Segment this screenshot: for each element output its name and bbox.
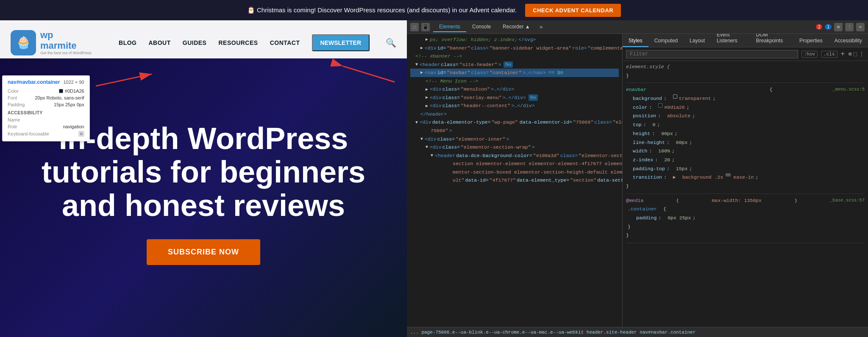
tab-accessibility[interactable]: Accessibility xyxy=(829,35,868,47)
dom-line: ▼ <div data-elementor-type="wp-page" dat… xyxy=(410,118,619,127)
more-options-icon[interactable]: ⋮ xyxy=(845,23,854,31)
main-layout: 🧁 wpmarmite Get the best out of WordPres… xyxy=(0,20,868,337)
style-block-element: element.style { } xyxy=(626,63,865,83)
nav-about[interactable]: ABOUT xyxy=(148,39,170,46)
dom-line: </header> xyxy=(410,110,619,119)
tooltip-accessibility-title: ACCESSIBILITY xyxy=(8,110,84,115)
more-style-icon[interactable]: ⋮ xyxy=(859,50,865,58)
filter-bar: :hov .cls + ⊕ ⬚ ⋮ xyxy=(623,47,868,61)
tab-dom-breakpoints[interactable]: DOM Breakpoints xyxy=(750,34,793,47)
tooltip-role-label: Role xyxy=(8,124,17,129)
search-icon[interactable]: 🔍 xyxy=(386,38,396,48)
close-devtools-icon[interactable]: ✕ xyxy=(856,23,865,31)
tooltip-keyboard-value: ⊘ xyxy=(78,131,84,137)
nav-blog[interactable]: BLOG xyxy=(119,39,136,46)
devtools-right-icons: 2 1 ⚙ ⋮ ✕ xyxy=(816,23,865,31)
tooltip-header: nav#navbar.container 1022 × 90 xyxy=(8,79,84,85)
tooltip-size: 1022 × 90 xyxy=(63,80,84,85)
nav-resources[interactable]: RESOURCES xyxy=(218,39,258,46)
logo-area[interactable]: 🧁 wpmarmite Get the best out of WordPres… xyxy=(11,30,92,55)
cls-button[interactable]: .cls xyxy=(821,51,837,58)
error-badge: 2 xyxy=(816,24,823,30)
nav-guides[interactable]: GUIDES xyxy=(183,39,207,46)
tooltip-role-row: Role navigation xyxy=(8,123,84,130)
dom-line: ▶ <div class="header--content" >…</div> xyxy=(410,102,619,110)
tooltip-padding-value: 15px 25px 0px xyxy=(54,102,84,107)
tooltip-font-value: 20px Roboto, sans-serif xyxy=(35,95,84,100)
tab-elements[interactable]: Elements xyxy=(433,22,466,32)
tab-console[interactable]: Console xyxy=(466,22,497,32)
inspect-icon[interactable]: ⬚ xyxy=(410,23,419,31)
tab-recorder[interactable]: Recorder ▲ xyxy=(497,22,536,32)
tooltip-color-row: Color #0D1A26 xyxy=(8,88,84,94)
dom-line: ▶ px; overflow: hidden; z-index;</svg> xyxy=(410,36,619,44)
tooltip-color-value: #0D1A26 xyxy=(59,88,84,94)
tooltip-padding-row: Padding 15px 25px 0px xyxy=(8,101,84,108)
tooltip-keyboard-label: Keyboard-focusable xyxy=(8,131,49,136)
style-block-navbar: #navbar { _menu.scss:5 background: trans… xyxy=(626,86,865,193)
dom-tree[interactable]: ▶ px; overflow: hidden; z-index;</svg> ▶… xyxy=(407,34,622,327)
advent-calendar-button[interactable]: CHECK ADVENT CALENDAR xyxy=(525,4,621,17)
devtools-tabs: Elements Console Recorder ▲ » xyxy=(433,22,812,32)
inspect-style-icon[interactable]: ⬚ xyxy=(854,50,857,58)
tab-event-listeners[interactable]: Event Listeners xyxy=(711,34,750,47)
color-swatch xyxy=(59,89,63,93)
devtools-panel: ⬚ 📱 Elements Console Recorder ▲ » 2 1 ⚙ … xyxy=(407,20,868,337)
dom-line: ult" data-id="4f17677" data-element_type… xyxy=(410,176,619,185)
hov-button[interactable]: :hov xyxy=(801,51,818,58)
styles-tabs: Styles Computed Layout Event Listeners D… xyxy=(623,34,868,47)
dom-line: ▼ <div class="elementor-inner"> xyxy=(410,135,619,144)
dom-line: ▼ <div class="elementor-section-wrap"> xyxy=(410,143,619,152)
tab-styles[interactable]: Styles xyxy=(623,35,648,47)
tab-computed[interactable]: Computed xyxy=(648,35,684,47)
logo-subtitle: Get the best out of WordPress xyxy=(40,51,92,55)
filter-input[interactable] xyxy=(626,50,798,58)
logo-title: wpmarmite xyxy=(40,30,92,50)
filter-icons: ⊕ ⬚ ⋮ xyxy=(848,50,865,58)
dom-breadcrumb: ... page-75066.e--ua-blink.e--ua-chrome.… xyxy=(407,327,868,337)
subscribe-button[interactable]: SUBSCRIBE NOW xyxy=(147,239,260,265)
devtools-content: ▶ px; overflow: hidden; z-index;</svg> ▶… xyxy=(407,34,868,327)
site-nav: 🧁 wpmarmite Get the best out of WordPres… xyxy=(0,20,407,58)
tab-layout[interactable]: Layout xyxy=(684,35,711,47)
devtools-icons: ⬚ 📱 xyxy=(410,23,430,31)
device-icon[interactable]: 📱 xyxy=(421,23,430,31)
tooltip-padding-label: Padding xyxy=(8,102,25,107)
tooltip-font-row: Font 20px Roboto, sans-serif xyxy=(8,94,84,101)
devtools-topbar: ⬚ 📱 Elements Console Recorder ▲ » 2 1 ⚙ … xyxy=(407,20,868,34)
tooltip-color-label: Color xyxy=(8,88,19,94)
newsletter-button[interactable]: NEWSLETTER xyxy=(312,34,370,51)
dom-line: <!-- #banner --> xyxy=(410,52,619,61)
tooltip-selector: nav#navbar.container xyxy=(8,79,60,85)
styles-content[interactable]: element.style { } #navbar { _menu.scss:5… xyxy=(623,61,868,327)
logo-text: wpmarmite Get the best out of WordPress xyxy=(40,30,92,55)
warning-badge: 1 xyxy=(825,24,832,30)
tooltip-name-row: Name xyxy=(8,116,84,123)
settings-icon[interactable]: ⚙ xyxy=(834,23,843,31)
website-panel: 🧁 wpmarmite Get the best out of WordPres… xyxy=(0,20,407,337)
tab-more[interactable]: » xyxy=(536,22,546,32)
dom-line: <!-- Menu Icon --> xyxy=(410,77,619,86)
tooltip-font-label: Font xyxy=(8,95,17,100)
tooltip-keyboard-row: Keyboard-focusable ⊘ xyxy=(8,130,84,138)
new-style-rule-icon[interactable]: ⊕ xyxy=(848,50,851,58)
dom-line: 75066"> xyxy=(410,127,619,135)
styles-panel: Styles Computed Layout Event Listeners D… xyxy=(622,34,868,327)
dom-line: ▶ <div class="overlay-menu" >…</div> fle… xyxy=(410,94,619,102)
dom-line: ▶ <div id="banner" class="banner-sidebar… xyxy=(410,44,619,52)
dom-line: ▶ <div class="menuIcon" >…</div> xyxy=(410,85,619,94)
dom-line: mentor-section-boxed elementor-section-h… xyxy=(410,168,619,177)
dom-line-nav: ▶ <nav id="navbar" class="container" >…<… xyxy=(410,69,619,77)
top-banner: 🎅 Christmas is coming! Discover WordPres… xyxy=(0,0,868,20)
tooltip-role-value: navigation xyxy=(63,124,84,129)
tooltip-name-label: Name xyxy=(8,117,20,122)
dom-line: ▼ <header data-dce-background-color="#10… xyxy=(410,152,619,160)
element-tooltip: nav#navbar.container 1022 × 90 Color #0D… xyxy=(2,75,90,141)
dom-line: ▼ <header class="site-header" > flex xyxy=(410,61,619,69)
add-rule-button[interactable]: + xyxy=(841,50,845,58)
nav-links-container: BLOG ABOUT GUIDES RESOURCES CONTACT NEWS… xyxy=(119,34,396,51)
tab-properties[interactable]: Properties xyxy=(793,35,829,47)
dom-line: section elementor-element elementor-elem… xyxy=(410,160,619,168)
nav-contact[interactable]: CONTACT xyxy=(270,39,300,46)
logo-icon: 🧁 xyxy=(11,30,36,55)
